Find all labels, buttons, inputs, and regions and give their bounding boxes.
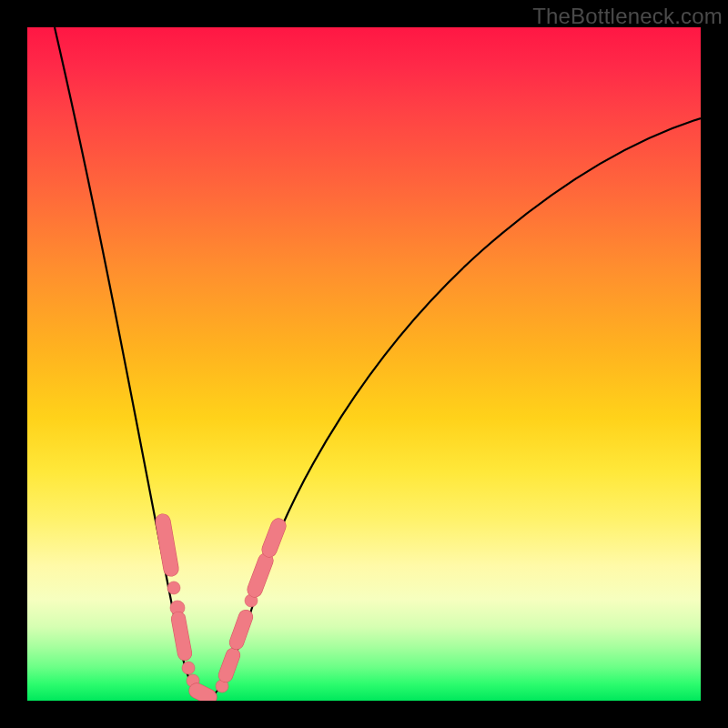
bead-capsule (163, 521, 171, 569)
bead-capsule (237, 617, 246, 642)
bead-overlay (27, 27, 701, 701)
bead-capsule (226, 655, 233, 675)
bead-capsule (255, 561, 266, 590)
watermark-text: TheBottleneck.com (532, 4, 723, 29)
bead-circle (182, 662, 195, 674)
bead-capsule (178, 619, 185, 653)
beads-group (163, 521, 278, 697)
bead-capsule (269, 526, 278, 550)
bead-circle (167, 581, 180, 594)
bead-capsule (197, 691, 209, 697)
